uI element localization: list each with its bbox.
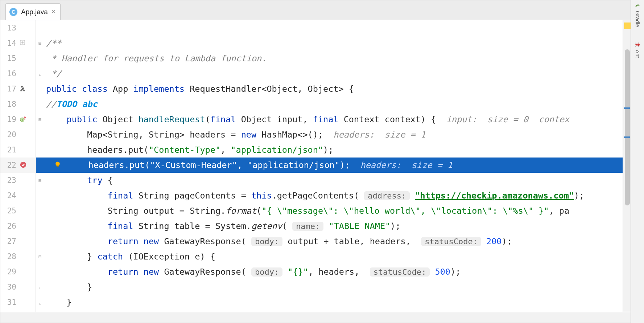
gutter-line[interactable]: 25 [0,203,36,218]
code-line[interactable]: public Object handleRequest(final Object… [44,112,623,127]
code-column[interactable]: /** * Handler for requests to Lambda fun… [44,20,623,312]
gutter-line[interactable]: 22 [0,158,36,173]
lambda-icon[interactable] [19,85,28,93]
scrollbar-thumb[interactable] [625,49,630,205]
code-token: String pageContents = [139,191,251,201]
code-line[interactable]: return new GatewayResponse( body: "{}", … [44,264,623,279]
code-line[interactable]: */ [44,66,623,81]
blue-marker[interactable] [624,136,630,138]
gutter-line[interactable]: 31 [0,295,36,310]
code-token: ( [205,114,210,124]
gutter-line[interactable]: 26 [0,218,36,234]
code-token: output + table, headers, [282,236,421,246]
fold-column[interactable]: ⊟⌞⊟⊟⊟⌞⌞ [36,20,44,312]
indent [46,297,67,307]
code-line[interactable]: public class App implements RequestHandl… [44,81,623,97]
gutter-line[interactable]: 29 [0,264,36,279]
code-line[interactable]: Map<String, String> headers = new HashMa… [44,127,623,142]
status-bar [0,312,631,323]
fold-cell[interactable]: ⊟ [36,112,44,127]
blank-icon [19,69,28,78]
fold-handle-icon[interactable]: ⌞ [38,284,41,290]
fold-cell [36,264,44,279]
ant-icon[interactable] [634,41,641,48]
fold-icon[interactable] [19,39,28,48]
right-bar-label-2[interactable]: Ant [635,50,641,58]
fold-handle-icon[interactable]: ⊟ [38,116,41,122]
code-token: headers.put( [88,160,150,170]
intention-bulb-icon[interactable] [54,160,61,170]
code-line[interactable]: } catch (IOException e) { [44,249,623,264]
right-bar-label-1[interactable]: Gradle [635,11,641,27]
fold-handle-icon[interactable]: ⌞ [38,71,41,77]
code-line[interactable]: /** [44,36,623,51]
gradle-icon[interactable] [634,2,641,9]
fold-handle-icon[interactable]: ⊟ [38,254,41,259]
close-icon[interactable]: × [51,8,55,16]
fold-handle-icon[interactable]: ⊟ [38,40,41,46]
indent [46,114,67,124]
code-line[interactable]: try { [44,173,623,188]
code-line[interactable]: return new GatewayResponse( body: output… [44,234,623,249]
marker-rail[interactable] [623,20,631,312]
tab-app-java[interactable]: C App.java × [5,3,61,20]
code-line[interactable]: headers.put("X-Custom-Header", "applicat… [44,158,623,173]
blank-icon [19,100,28,109]
line-number: 21 [5,146,16,154]
fold-cell[interactable]: ⊟ [36,173,44,188]
code-line[interactable] [44,20,623,36]
fold-handle-icon[interactable]: ⌞ [38,299,41,305]
svg-point-4 [55,162,60,166]
indent [46,252,87,262]
gutter-line[interactable]: 14 [0,36,36,51]
code-line[interactable]: } [44,279,623,295]
gutter-line[interactable]: 21 [0,142,36,158]
gutter-line[interactable]: 19I [0,112,36,127]
indent [46,236,108,246]
fold-cell[interactable]: ⊟ [36,249,44,264]
blank-icon [19,207,28,215]
fold-cell [36,97,44,112]
indent [46,282,87,292]
gutter-line[interactable]: 24 [0,188,36,203]
gutter-line[interactable]: 18 [0,97,36,112]
code-token: GatewayResponse( [164,267,251,277]
blue-marker[interactable] [624,107,630,109]
gutter-line[interactable]: 23 [0,173,36,188]
code-line[interactable]: String output = String.format("{ \"messa… [44,203,623,218]
fold-cell[interactable]: ⊟ [36,36,44,51]
code-line[interactable]: headers.put("Content-Type", "application… [44,142,623,158]
code-token: * Handler for requests to Lambda functio… [46,53,267,64]
code-line[interactable]: final String pageContents = this.getPage… [44,188,623,203]
up-icon[interactable]: I [19,115,28,124]
code-token: ); [390,221,400,231]
fold-handle-icon[interactable]: ⊟ [38,177,41,183]
gutter-line[interactable]: 17 [0,81,36,97]
gutter-line[interactable]: 15 [0,51,36,66]
code-token: } [67,297,72,307]
gutter[interactable]: 13141516171819I202122232425262728293031 [0,20,36,312]
gutter-line[interactable]: 30 [0,279,36,295]
fold-cell [36,127,44,142]
fold-cell[interactable]: ⌞ [36,279,44,295]
gutter-line[interactable]: 28 [0,249,36,264]
fold-cell[interactable]: ⌞ [36,295,44,310]
line-number: 22 [5,161,16,169]
code-line[interactable]: final String table = System.getenv( name… [44,218,623,234]
gutter-line[interactable]: 27 [0,234,36,249]
gutter-line[interactable]: 20 [0,127,36,142]
line-number: 25 [5,207,16,215]
warn-marker[interactable] [624,23,631,29]
breakpoint-icon[interactable] [19,161,28,169]
gutter-line[interactable]: 13 [0,20,36,36]
gutter-line[interactable]: 16 [0,66,36,81]
fold-cell[interactable]: ⌞ [36,66,44,81]
code-line[interactable]: } [44,295,623,310]
code-token: ); [323,145,333,155]
code-line[interactable]: * Handler for requests to Lambda functio… [44,51,623,66]
editor-area[interactable]: 13141516171819I202122232425262728293031 … [0,20,631,312]
code-token: RequestHandler<Object, Object> { [190,84,354,94]
code-line[interactable]: //TODO abc [44,97,623,112]
code-token: "Content-Type" [149,145,220,155]
code-token: Object input, [241,114,313,124]
